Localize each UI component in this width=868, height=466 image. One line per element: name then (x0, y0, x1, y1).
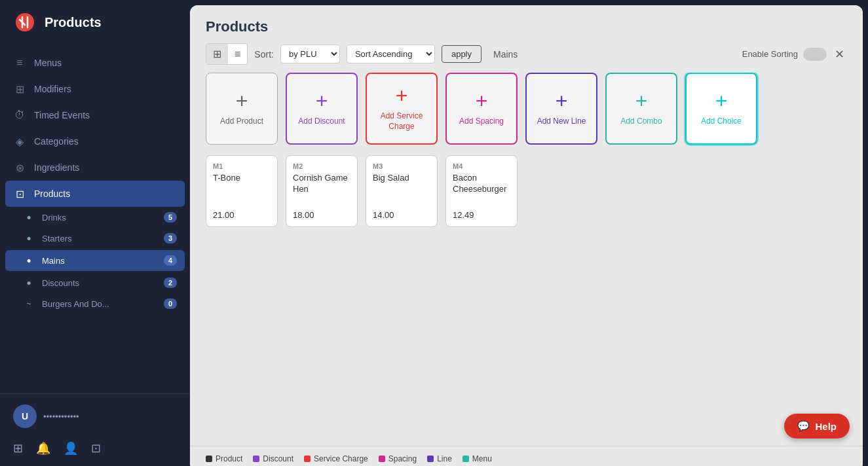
product-name: T-Bone (213, 173, 271, 210)
legend-spacing-label: Spacing (388, 454, 417, 463)
legend-service-charge: Service Charge (304, 454, 368, 463)
product-price: 14.00 (373, 210, 430, 220)
discounts-icon: ● (24, 278, 34, 288)
sidebar: Products ≡ Menus ⊞ Modifiers ⏱ Timed Eve… (0, 0, 190, 466)
add-discount-card[interactable]: + Add Discount (286, 73, 358, 145)
product-name: Bacon Cheeseburger (453, 173, 510, 210)
user-icon[interactable]: 👤 (64, 441, 78, 456)
view-toggle: ⊞ ≡ (206, 43, 248, 65)
add-spacing-card[interactable]: + Add Spacing (445, 73, 518, 145)
list-view-button[interactable]: ≡ (228, 44, 247, 64)
legend-product: Product (206, 454, 242, 463)
sidebar-item-label: Discounts (42, 278, 79, 288)
help-button[interactable]: 💬 Help (784, 414, 850, 439)
product-card-m3[interactable]: M3 Big Salad 14.00 (366, 155, 438, 227)
legend-line: Line (427, 454, 452, 463)
enable-sorting-label: Enable Sorting (742, 49, 798, 59)
sidebar-title: Products (45, 15, 102, 30)
categories-icon: ◈ (13, 135, 26, 148)
legend-discount: Discount (253, 454, 293, 463)
avatar: U (13, 404, 37, 428)
add-service-charge-card[interactable]: + Add Service Charge (366, 73, 438, 145)
sort-by-select[interactable]: by PLU by Name by Price (280, 45, 340, 63)
legend-menu: Menu (462, 454, 492, 463)
app-logo (13, 10, 37, 34)
close-button[interactable]: ✕ (832, 46, 847, 63)
menus-icon: ≡ (13, 56, 26, 69)
add-product-card[interactable]: + Add Product (206, 73, 278, 145)
product-price: 18.00 (293, 210, 350, 220)
discounts-badge: 2 (164, 278, 177, 288)
add-new-line-card[interactable]: + Add New Line (525, 73, 597, 145)
products-icon: ⊡ (13, 187, 26, 200)
sidebar-item-starters[interactable]: ● Starters 3 (0, 228, 190, 249)
card-label: Add New Line (537, 116, 586, 127)
line-dot (427, 456, 434, 462)
drinks-badge: 5 (164, 212, 177, 223)
modifiers-icon: ⊞ (13, 82, 26, 96)
sidebar-nav: ≡ Menus ⊞ Modifiers ⏱ Timed Events ◈ Cat… (0, 45, 190, 393)
sidebar-item-menus[interactable]: ≡ Menus (0, 50, 190, 76)
legend-product-label: Product (216, 454, 242, 463)
sidebar-item-modifiers[interactable]: ⊞ Modifiers (0, 76, 190, 102)
sorting-toggle-switch[interactable] (803, 48, 827, 61)
legend-discount-label: Discount (263, 454, 293, 463)
product-plu: M2 (293, 162, 350, 170)
product-card-m2[interactable]: M2 Cornish Game Hen 18.00 (286, 155, 358, 227)
logout-icon[interactable]: ⊡ (91, 441, 101, 456)
mains-badge: 4 (164, 255, 177, 266)
sidebar-item-drinks[interactable]: ● Drinks 5 (0, 207, 190, 228)
sidebar-item-label: Ingredients (34, 162, 79, 173)
sort-label: Sort: (254, 49, 274, 60)
product-cards-row: M1 T-Bone 21.00 M2 Cornish Game Hen 18.0… (206, 155, 847, 227)
product-name: Cornish Game Hen (293, 173, 350, 210)
add-combo-card[interactable]: + Add Combo (605, 73, 677, 145)
plus-icon: + (316, 90, 328, 111)
mains-icon: ● (24, 255, 34, 266)
product-price: 12.49 (453, 210, 510, 220)
sidebar-item-discounts[interactable]: ● Discounts 2 (0, 272, 190, 293)
category-tag: Mains (493, 49, 518, 60)
bell-icon[interactable]: 🔔 (36, 441, 50, 456)
sidebar-item-label: Burgers And Do... (42, 299, 109, 309)
card-label: Add Service Charge (367, 111, 436, 132)
product-card-m4[interactable]: M4 Bacon Cheeseburger 12.49 (445, 155, 518, 227)
user-section: U •••••••••••• (13, 404, 177, 436)
drinks-icon: ● (24, 212, 34, 223)
sidebar-item-label: Drinks (42, 213, 66, 223)
add-choice-card[interactable]: + Add Choice (685, 73, 757, 145)
help-label: Help (815, 421, 837, 432)
sidebar-item-categories[interactable]: ◈ Categories (0, 128, 190, 154)
plus-icon: + (396, 85, 408, 106)
product-name: Big Salad (373, 173, 430, 210)
sidebar-item-label: Modifiers (34, 84, 71, 94)
help-icon: 💬 (797, 420, 810, 432)
burgers-icon: ~ (24, 298, 34, 309)
card-label: Add Combo (620, 116, 662, 127)
sidebar-item-products[interactable]: ⊡ Products (5, 181, 185, 207)
timed-events-icon: ⏱ (13, 109, 26, 122)
burgers-badge: 0 (164, 298, 177, 309)
product-card-m1[interactable]: M1 T-Bone 21.00 (206, 155, 278, 227)
plus-icon: + (236, 90, 248, 111)
service-charge-dot (304, 456, 311, 462)
plus-icon: + (635, 90, 648, 111)
legend-menu-label: Menu (472, 454, 492, 463)
legend-service-label: Service Charge (314, 454, 368, 463)
grid-view-button[interactable]: ⊞ (206, 44, 228, 64)
ingredients-icon: ⊛ (13, 161, 26, 174)
legend-spacing: Spacing (379, 454, 417, 463)
sidebar-item-burgers[interactable]: ~ Burgers And Do... 0 (0, 293, 190, 314)
main-content: Products ⊞ ≡ Sort: by PLU by Name by Pri… (190, 5, 863, 466)
apply-button[interactable]: apply (442, 45, 481, 63)
sidebar-item-mains[interactable]: ● Mains 4 (5, 250, 185, 271)
sidebar-item-timed-events[interactable]: ⏱ Timed Events (0, 102, 190, 128)
footer-legend: Product Discount Service Charge Spacing … (190, 446, 863, 466)
grid-icon[interactable]: ⊞ (13, 441, 23, 456)
sort-order-select[interactable]: Sort Ascending Sort Descending (347, 45, 435, 63)
sidebar-item-ingredients[interactable]: ⊛ Ingredients (0, 154, 190, 181)
sidebar-bottom: U •••••••••••• ⊞ 🔔 👤 ⊡ (0, 393, 190, 466)
product-plu: M4 (453, 162, 510, 170)
page-title: Products (206, 18, 847, 35)
logo-area: Products (0, 0, 190, 45)
